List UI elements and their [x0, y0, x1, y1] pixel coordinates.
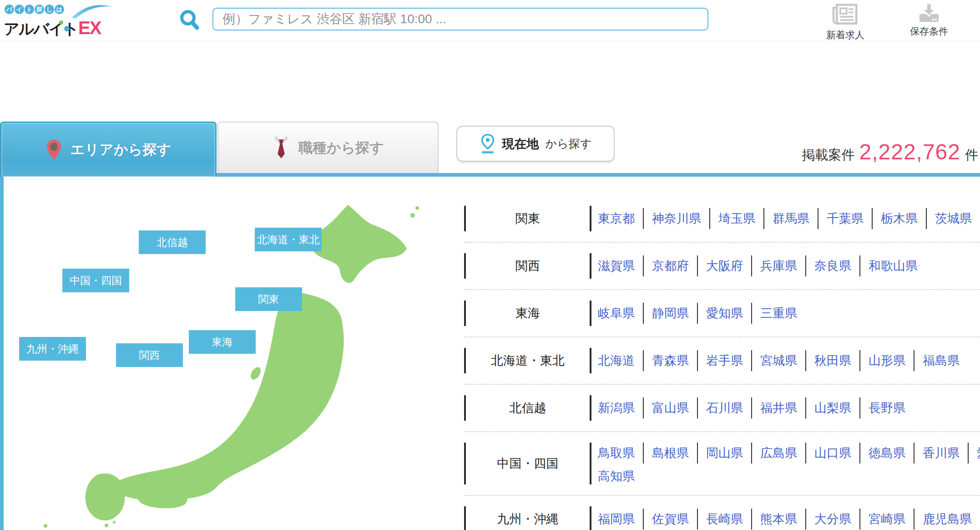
prefecture-link[interactable]: 京都府 [652, 255, 706, 276]
prefecture-link[interactable]: 愛媛県 [977, 443, 980, 464]
prefecture-link[interactable]: 神奈川県 [652, 208, 718, 229]
prefecture-link[interactable]: 長野県 [869, 400, 905, 416]
row-divider-bar [590, 206, 591, 231]
logo-tagline-circle: し [45, 5, 54, 14]
map-region-button[interactable]: 九州・沖縄 [19, 337, 86, 361]
prefecture-link[interactable]: 三重県 [760, 305, 797, 321]
prefecture-link[interactable]: 高知県 [598, 468, 635, 484]
location-pin-icon [480, 133, 496, 154]
tab-search-by-occupation[interactable]: 職種から探す [217, 122, 439, 173]
listing-count-prefix: 掲載案件 [802, 146, 854, 164]
prefecture-link[interactable]: 福井県 [760, 398, 814, 418]
region-row: 関東 東京都神奈川県埼玉県群馬県千葉県栃木県茨城県 [464, 195, 980, 242]
prefecture-link[interactable]: 山形県 [869, 350, 923, 371]
prefecture-link[interactable]: 静岡県 [652, 303, 706, 324]
necktie-icon [272, 135, 290, 161]
prefecture-links: 新潟県富山県石川県福井県山梨県長野県 [598, 398, 980, 418]
prefecture-link[interactable]: 群馬県 [773, 208, 827, 229]
prefecture-link[interactable]: 埼玉県 [718, 208, 773, 229]
region-row: 九州・沖縄 福岡県佐賀県長崎県熊本県大分県宮崎県鹿児島県 [464, 495, 980, 530]
prefecture-link[interactable]: 熊本県 [760, 509, 814, 530]
map-region-button[interactable]: 北海道・東北 [255, 228, 322, 251]
prefecture-link[interactable]: 鹿児島県 [923, 511, 972, 527]
map-region-button[interactable]: 東海 [189, 330, 256, 354]
listing-count-value: 2,222,762 [859, 139, 960, 164]
logo-tagline: バイト探しは [5, 5, 64, 14]
saved-conditions-button[interactable]: 保存条件 [901, 3, 957, 38]
region-row: 北信越 新潟県富山県石川県福井県山梨県長野県 [464, 384, 980, 431]
logo-tagline-circle: バ [5, 5, 14, 14]
map-region-button[interactable]: 関西 [116, 343, 183, 367]
prefecture-link[interactable]: 福岡県 [598, 509, 652, 530]
prefecture-link[interactable]: 岐阜県 [598, 303, 652, 324]
prefecture-links: 岐阜県静岡県愛知県三重県 [598, 303, 980, 324]
prefecture-link[interactable]: 佐賀県 [652, 509, 706, 530]
logo-green-dot [59, 20, 63, 25]
prefecture-link[interactable]: 宮城県 [760, 350, 814, 371]
prefecture-link[interactable]: 香川県 [923, 443, 977, 464]
prefecture-link[interactable]: 石川県 [706, 398, 760, 418]
site-header: バイト探しは アルバイトEX [0, 0, 980, 41]
newspaper-icon [831, 3, 859, 27]
search-icon[interactable] [178, 9, 201, 31]
row-divider-bar [590, 253, 591, 279]
prefecture-link[interactable]: 秋田県 [814, 350, 869, 371]
prefecture-link[interactable]: 北海道 [598, 350, 652, 371]
prefecture-links: 北海道青森県岩手県宮城県秋田県山形県福島県 [598, 350, 980, 371]
prefecture-link[interactable]: 大阪府 [706, 255, 760, 276]
map-region-button[interactable]: 関東 [235, 287, 302, 311]
prefecture-link[interactable]: 鳥取県 [598, 443, 652, 464]
prefecture-link[interactable]: 新潟県 [598, 398, 652, 418]
region-name: 北海道・東北 [466, 352, 590, 369]
prefecture-link[interactable]: 和歌山県 [869, 258, 918, 274]
region-name: 関西 [466, 258, 590, 274]
prefecture-links: 東京都神奈川県埼玉県群馬県千葉県栃木県茨城県 [598, 208, 980, 229]
prefecture-link[interactable]: 茨城県 [935, 210, 972, 227]
region-row: 中国・四国 鳥取県島根県岡山県広島県山口県徳島県香川県愛媛県高知県 [464, 431, 980, 495]
prefecture-link[interactable]: 長崎県 [706, 509, 760, 530]
prefecture-link[interactable]: 奈良県 [814, 255, 869, 276]
prefecture-link[interactable]: 福島県 [923, 352, 960, 369]
tab-search-by-area[interactable]: エリアから探す [0, 122, 217, 177]
prefecture-links: 滋賀県京都府大阪府兵庫県奈良県和歌山県 [598, 255, 980, 276]
prefecture-link[interactable]: 愛知県 [706, 303, 760, 324]
logo-brand: アルバイトEX [4, 18, 101, 40]
saved-conditions-label: 保存条件 [910, 25, 948, 38]
current-location-strong: 現在地 [502, 136, 539, 152]
map-region-button[interactable]: 北信越 [139, 230, 206, 254]
prefecture-link[interactable]: 兵庫県 [760, 255, 814, 276]
prefecture-link[interactable]: 青森県 [652, 350, 706, 371]
prefecture-link[interactable]: 島根県 [652, 443, 706, 464]
region-name: 中国・四国 [466, 455, 590, 472]
region-row: 東海 岐阜県静岡県愛知県三重県 [464, 289, 980, 336]
map-pin-icon [45, 139, 62, 161]
prefecture-link[interactable]: 岡山県 [706, 443, 760, 464]
prefecture-link[interactable]: 宮崎県 [869, 509, 923, 530]
prefecture-link[interactable]: 千葉県 [827, 208, 881, 229]
prefecture-link[interactable]: 東京都 [598, 208, 652, 229]
prefecture-list: 関東 東京都神奈川県埼玉県群馬県千葉県栃木県茨城県 関西 滋賀県京都府大阪府兵庫… [464, 195, 980, 530]
new-jobs-button[interactable]: 新着求人 [817, 3, 874, 41]
prefecture-link[interactable]: 大分県 [814, 509, 869, 530]
prefecture-link[interactable]: 滋賀県 [598, 255, 652, 276]
logo-blue-dot [64, 26, 70, 31]
logo-tagline-circle: ト [25, 5, 34, 14]
prefecture-link[interactable]: 山梨県 [814, 398, 869, 418]
tab-occupation-label: 職種から探す [298, 138, 384, 158]
site-logo[interactable]: バイト探しは アルバイトEX [4, 1, 115, 40]
prefecture-link[interactable]: 広島県 [760, 443, 814, 464]
search-input[interactable] [212, 8, 708, 31]
row-divider-bar [590, 443, 591, 484]
current-location-button[interactable]: 現在地 から探す [456, 126, 615, 162]
prefecture-link[interactable]: 富山県 [652, 398, 706, 418]
prefecture-link[interactable]: 徳島県 [869, 443, 923, 464]
prefecture-links: 鳥取県島根県岡山県広島県山口県徳島県香川県愛媛県高知県 [598, 443, 980, 484]
current-location-rest: から探す [546, 136, 592, 151]
map-region-button[interactable]: 中国・四国 [62, 269, 129, 292]
logo-brand-suffix: EX [78, 18, 101, 38]
prefecture-link[interactable]: 岩手県 [706, 350, 760, 371]
prefecture-link[interactable]: 山口県 [814, 443, 869, 464]
row-divider-bar [590, 301, 591, 326]
prefecture-link[interactable]: 栃木県 [881, 208, 935, 229]
region-name: 関東 [466, 210, 590, 227]
